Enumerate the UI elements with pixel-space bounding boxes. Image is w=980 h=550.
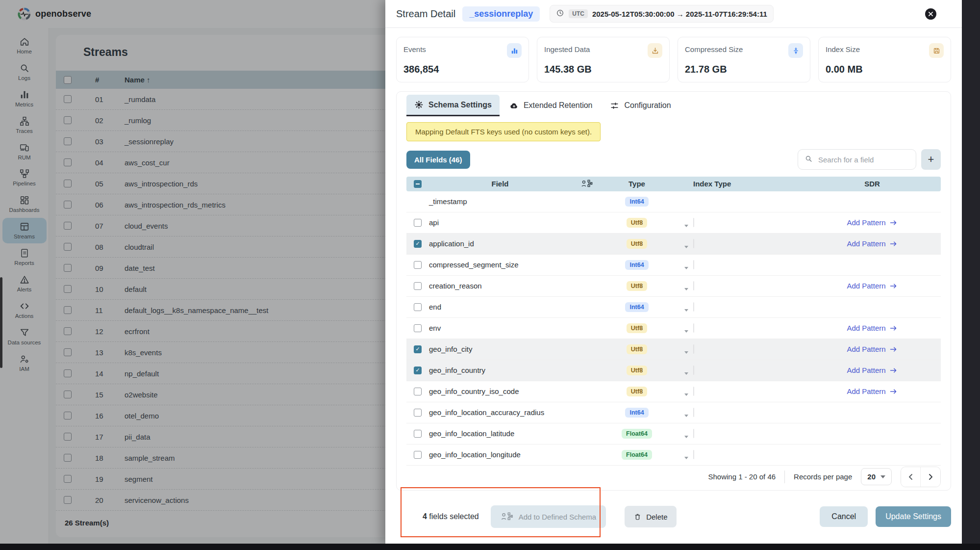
- tab-configuration[interactable]: Configuration: [602, 95, 678, 116]
- field-row-checkbox-cell: [406, 451, 429, 459]
- row-checkbox[interactable]: [414, 240, 422, 248]
- row-checkbox[interactable]: [414, 261, 422, 269]
- field-row: geo_info_country_iso_codeUtf8Add Pattern: [406, 381, 941, 402]
- type-badge: Float64: [622, 450, 652, 460]
- add-pattern-link[interactable]: Add Pattern: [847, 239, 897, 248]
- fts-warning-banner: Mapping Default FTS keys used (no custom…: [406, 122, 601, 141]
- row-checkbox[interactable]: [414, 219, 422, 227]
- fields-table-body: _timestampInt64apiUtf8Add Patternapplica…: [406, 191, 941, 466]
- index-type-cell: [671, 218, 804, 227]
- index-type-select[interactable]: [693, 366, 694, 375]
- stat-value: 0.00 MB: [826, 64, 944, 75]
- tab-label: Extended Retention: [524, 101, 593, 110]
- stat-label: Ingested Data: [544, 43, 590, 53]
- index-type-cell: [671, 345, 804, 353]
- field-name: _timestamp: [429, 197, 571, 206]
- type-badge: Utf8: [627, 323, 647, 333]
- type-cell: Int64: [603, 197, 671, 207]
- row-checkbox[interactable]: [414, 430, 422, 438]
- index-type-select[interactable]: [693, 323, 694, 333]
- arrow-right-icon: [889, 283, 898, 289]
- add-pattern-link[interactable]: Add Pattern: [847, 282, 897, 290]
- field-row-checkbox-cell: [406, 303, 429, 311]
- header-sdr: SDR: [804, 180, 941, 188]
- divider: [784, 471, 785, 483]
- add-pattern-link[interactable]: Add Pattern: [847, 366, 897, 374]
- arrow-right-icon: [889, 367, 898, 374]
- all-fields-button[interactable]: All Fields (46): [406, 151, 470, 169]
- add-pattern-label: Add Pattern: [847, 218, 885, 227]
- row-checkbox[interactable]: [414, 303, 422, 311]
- row-checkbox[interactable]: [414, 324, 422, 332]
- index-type-select[interactable]: [693, 218, 694, 227]
- type-cell: Utf8: [603, 218, 671, 228]
- index-type-select[interactable]: [693, 302, 694, 312]
- tab-extended-retention[interactable]: Extended Retention: [502, 95, 601, 116]
- add-pattern-link[interactable]: Add Pattern: [847, 324, 897, 332]
- field-search-box[interactable]: [798, 149, 916, 170]
- type-badge: Utf8: [627, 344, 647, 354]
- index-type-select[interactable]: [693, 281, 694, 290]
- index-type-cell: [671, 366, 804, 374]
- add-pattern-label: Add Pattern: [847, 324, 885, 332]
- row-checkbox[interactable]: [414, 282, 422, 290]
- update-settings-button[interactable]: Update Settings: [876, 506, 951, 527]
- row-checkbox[interactable]: [414, 388, 422, 395]
- index-type-select[interactable]: [693, 429, 694, 438]
- type-badge: Utf8: [627, 387, 647, 396]
- time-range-value: 2025-05-12T05:30:00:00 → 2025-11-07T16:2…: [592, 10, 767, 18]
- download-icon: [648, 43, 662, 58]
- stat-label: Compressed Size: [685, 43, 743, 53]
- taskbar-strip: [0, 544, 980, 550]
- index-type-select[interactable]: [693, 239, 694, 248]
- detail-tabs: Schema SettingsExtended RetentionConfigu…: [406, 95, 941, 116]
- cloud-upload-icon: [509, 101, 519, 110]
- select-all-fields-checkbox[interactable]: [414, 180, 422, 188]
- stat-value: 386,854: [403, 64, 522, 75]
- scrollbar-thumb[interactable]: [0, 277, 2, 368]
- save-icon: [929, 43, 944, 58]
- cancel-button[interactable]: Cancel: [820, 506, 868, 527]
- field-row: creation_reasonUtf8Add Pattern: [406, 276, 941, 297]
- window-edge: [962, 0, 980, 550]
- panel-header: Stream Detail _sessionreplay UTC 2025-05…: [385, 0, 962, 28]
- field-search-input[interactable]: [817, 155, 909, 164]
- showing-text: Showing 1 - 20 of 46: [708, 472, 776, 481]
- index-type-cell: [671, 282, 804, 290]
- field-row-checkbox-cell: [406, 240, 429, 248]
- add-to-defined-schema-button[interactable]: Add to Defined Schema: [491, 505, 606, 528]
- add-pattern-link[interactable]: Add Pattern: [847, 387, 897, 395]
- row-checkbox[interactable]: [414, 367, 422, 374]
- next-page-button[interactable]: [921, 467, 940, 487]
- sdr-cell: Add Pattern: [804, 282, 941, 290]
- index-type-select[interactable]: [693, 387, 694, 396]
- row-checkbox[interactable]: [414, 345, 422, 353]
- index-type-select[interactable]: [693, 408, 694, 417]
- row-checkbox[interactable]: [414, 409, 422, 417]
- tab-schema-settings[interactable]: Schema Settings: [406, 95, 500, 116]
- add-pattern-link[interactable]: Add Pattern: [847, 218, 897, 227]
- row-checkbox[interactable]: [414, 451, 422, 459]
- add-field-button[interactable]: +: [921, 149, 941, 170]
- header-field: Field: [429, 180, 571, 188]
- index-type-select[interactable]: [693, 344, 694, 354]
- app-root: openobserve HomeLogsMetricsTracesRUMPipe…: [0, 0, 980, 550]
- delete-button[interactable]: Delete: [625, 506, 676, 527]
- index-type-select[interactable]: [693, 450, 694, 459]
- tab-label: Schema Settings: [428, 101, 492, 109]
- field-name: api: [429, 218, 571, 227]
- time-range-box[interactable]: UTC 2025-05-12T05:30:00:00 → 2025-11-07T…: [550, 5, 774, 23]
- type-badge: Int64: [625, 260, 648, 270]
- arrow-right-icon: [889, 346, 898, 353]
- field-row: compressed_segment_sizeInt64: [406, 255, 941, 276]
- field-row: envUtf8Add Pattern: [406, 318, 941, 339]
- add-pattern-label: Add Pattern: [847, 387, 885, 395]
- add-pattern-link[interactable]: Add Pattern: [847, 345, 897, 353]
- prev-page-button[interactable]: [901, 467, 921, 487]
- records-per-page-select[interactable]: 20: [861, 468, 892, 485]
- clock-icon: [556, 9, 564, 19]
- close-icon[interactable]: [925, 8, 936, 20]
- index-type-cell: [671, 387, 804, 395]
- index-type-select[interactable]: [693, 260, 694, 269]
- modal-backdrop[interactable]: [0, 0, 385, 544]
